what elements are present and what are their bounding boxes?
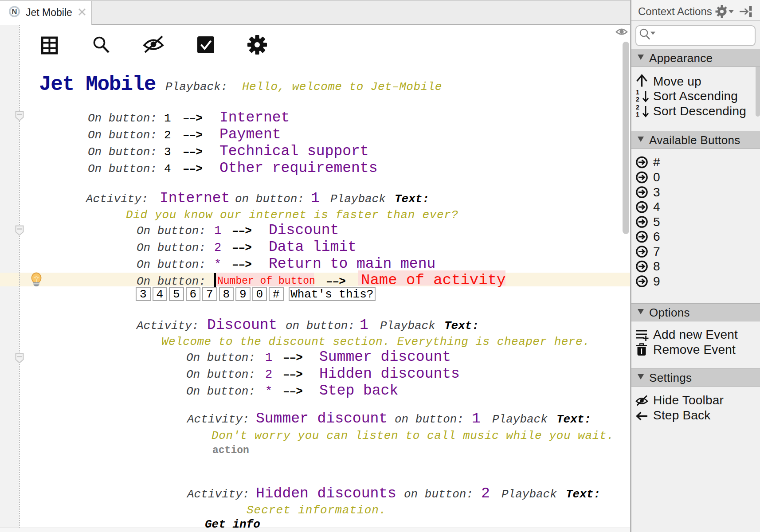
svg-text:2: 2: [636, 96, 639, 103]
svg-text:1: 1: [636, 111, 639, 118]
svg-text:1: 1: [636, 89, 639, 96]
svg-text:2: 2: [636, 104, 639, 111]
